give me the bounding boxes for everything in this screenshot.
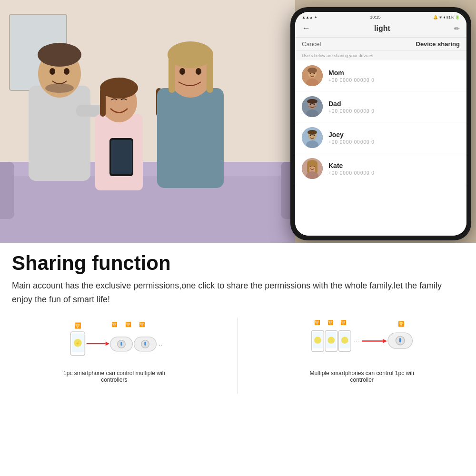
svg-text:🛜: 🛜 <box>125 321 131 327</box>
svg-rect-7 <box>0 162 14 219</box>
svg-text:⚡: ⚡ <box>75 340 80 346</box>
svg-rect-54 <box>307 163 309 173</box>
bottom-section: 🛜 🛜 🛜 🛜 ⚡ ... 1pc smartphone can control <box>0 315 476 398</box>
contact-info-dad: Dad +00 0000 00000 0 <box>328 100 460 114</box>
avatar-joey <box>302 127 323 148</box>
contact-info-joey: Joey +00 0000 00000 0 <box>328 131 460 145</box>
status-icons: 🔔 ☀ ♦ 81% 🔋 <box>433 15 460 20</box>
contact-name-mom: Mom <box>328 69 460 77</box>
diagram-right: 🛜 🛜 🛜 🛜 ... <box>252 317 471 383</box>
sharing-description: Main account has the exclusive permissio… <box>12 279 464 307</box>
svg-rect-5 <box>0 171 295 243</box>
sharing-function-title: Sharing function <box>12 252 464 274</box>
svg-point-79 <box>314 337 321 344</box>
svg-point-45 <box>310 135 311 136</box>
top-section: ▲▲▲ ✦ 18:15 🔔 ☀ ♦ 81% 🔋 ← light ✏ Cancel… <box>0 0 476 243</box>
svg-text:🛜: 🛜 <box>327 319 334 326</box>
svg-point-14 <box>64 68 69 75</box>
svg-point-82 <box>328 337 335 344</box>
phone-subheader: Cancel Device sharing <box>295 38 466 51</box>
phone-header: ← light ✏ <box>295 20 466 38</box>
svg-point-47 <box>307 130 317 135</box>
contact-phone-kate: +00 0000 00000 0 <box>328 170 460 176</box>
svg-point-13 <box>50 68 55 75</box>
contact-info-kate: Kate +00 0000 00000 0 <box>328 162 460 176</box>
svg-point-12 <box>45 83 74 93</box>
diagram-left-svg: 🛜 🛜 🛜 🛜 ⚡ ... <box>67 317 162 370</box>
svg-marker-65 <box>105 342 109 346</box>
avatar-dad <box>302 96 323 117</box>
svg-text:🛜: 🛜 <box>74 322 81 329</box>
svg-point-40 <box>314 104 315 105</box>
status-time: 18:15 <box>370 15 381 20</box>
svg-rect-55 <box>315 163 317 173</box>
svg-point-46 <box>314 135 315 136</box>
svg-text:🛜: 🛜 <box>139 321 145 327</box>
svg-text:🛜: 🛜 <box>111 321 118 327</box>
svg-text:🛜: 🛜 <box>314 319 320 326</box>
svg-rect-24 <box>169 55 175 93</box>
svg-rect-9 <box>29 86 90 181</box>
contact-phone-mom: +00 0000 00000 0 <box>328 78 460 83</box>
status-signal: ▲▲▲ ✦ <box>302 15 317 20</box>
contact-phone-dad: +00 0000 00000 0 <box>328 109 460 114</box>
svg-rect-71 <box>144 342 146 346</box>
diagram-left-label: 1pc smartphone can control multiple wifi… <box>57 370 171 383</box>
contact-phone-joey: +00 0000 00000 0 <box>328 139 460 145</box>
svg-rect-68 <box>120 342 122 346</box>
middle-section: Sharing function Main account has the ex… <box>0 243 476 315</box>
svg-point-39 <box>310 104 311 105</box>
diagram-right-svg: 🛜 🛜 🛜 🛜 ... <box>309 317 414 370</box>
svg-point-26 <box>179 68 185 75</box>
contact-name-kate: Kate <box>328 162 460 169</box>
svg-text:🛜: 🛜 <box>340 319 347 326</box>
svg-text:🛜: 🛜 <box>398 320 405 327</box>
contact-item-dad[interactable]: Dad +00 0000 00000 0 <box>295 91 466 122</box>
svg-point-85 <box>341 337 348 344</box>
svg-rect-29 <box>111 140 132 174</box>
svg-marker-88 <box>383 339 387 343</box>
contact-info-mom: Mom +00 0000 00000 0 <box>328 69 460 83</box>
svg-point-27 <box>196 68 201 75</box>
contact-item-mom[interactable]: Mom +00 0000 00000 0 <box>295 60 466 91</box>
svg-rect-91 <box>399 338 401 342</box>
back-button[interactable]: ← <box>302 23 310 33</box>
diagram-right-label: Multiple smartphones can control 1pc wif… <box>305 370 419 383</box>
edit-button[interactable]: ✏ <box>454 25 460 32</box>
phone-screen-title: light <box>310 24 454 33</box>
family-photo <box>0 0 295 243</box>
svg-point-11 <box>38 43 81 67</box>
svg-text:...: ... <box>159 340 162 347</box>
svg-rect-25 <box>207 55 213 93</box>
contact-name-joey: Joey <box>328 131 460 139</box>
contact-name-dad: Dad <box>328 100 460 108</box>
svg-point-35 <box>307 68 317 73</box>
svg-rect-21 <box>157 88 224 188</box>
cancel-button[interactable]: Cancel <box>302 40 321 48</box>
device-sharing-title: Device sharing <box>416 40 460 48</box>
avatar-kate <box>302 158 323 179</box>
svg-rect-19 <box>100 88 106 117</box>
phone-mockup: ▲▲▲ ✦ 18:15 🔔 ☀ ♦ 81% 🔋 ← light ✏ Cancel… <box>290 7 471 240</box>
diagram-left: 🛜 🛜 🛜 🛜 ⚡ ... 1pc smartphone can control <box>5 317 224 383</box>
diagram-divider <box>238 317 238 394</box>
svg-point-41 <box>307 99 317 104</box>
users-label: Users below are sharing your devices <box>295 51 466 60</box>
contact-item-joey[interactable]: Joey +00 0000 00000 0 <box>295 122 466 153</box>
contact-item-kate[interactable]: Kate +00 0000 00000 0 <box>295 153 466 184</box>
contacts-list: Mom +00 0000 00000 0 <box>295 60 466 236</box>
avatar-mom <box>302 65 323 86</box>
svg-text:...: ... <box>354 337 359 344</box>
phone-status-bar: ▲▲▲ ✦ 18:15 🔔 ☀ ♦ 81% 🔋 <box>295 12 466 20</box>
